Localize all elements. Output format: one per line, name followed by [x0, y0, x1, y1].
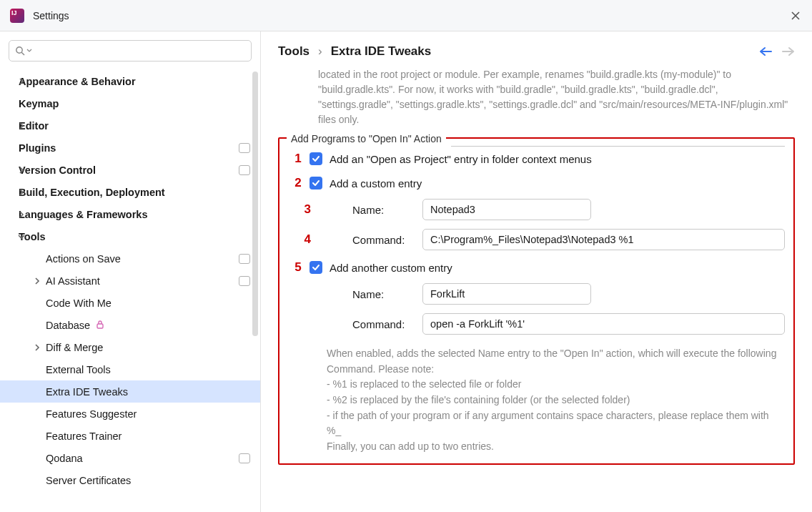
sidebar-item[interactable]: Keymap [0, 92, 260, 114]
sidebar-item-label: Diff & Merge [46, 342, 103, 353]
module-badge-icon [239, 254, 250, 264]
breadcrumb-root[interactable]: Tools [278, 44, 310, 59]
sidebar-item-label: Extra IDE Tweaks [46, 386, 128, 398]
sidebar-item-label: Build, Execution, Deployment [19, 187, 165, 198]
sidebar-item-label: Database [46, 320, 90, 331]
sidebar-item[interactable]: Actions on Save [0, 247, 260, 270]
search-input[interactable] [9, 40, 252, 61]
sidebar-item[interactable]: Features Trainer [0, 425, 260, 447]
close-icon[interactable] [789, 9, 802, 22]
command-input-2[interactable] [422, 313, 785, 335]
sidebar-item[interactable]: Plugins [0, 137, 260, 159]
intro-text: located in the root project or module. P… [278, 67, 795, 137]
module-badge-icon [239, 453, 250, 463]
chevron-icon [17, 165, 26, 174]
command-input-1[interactable] [422, 229, 785, 250]
sidebar-item-label: Appearance & Behavior [19, 76, 136, 87]
chevron-icon [33, 276, 41, 285]
sidebar-item-label: Actions on Save [46, 253, 121, 265]
chevron-icon [17, 210, 26, 218]
sidebar-item[interactable]: Editor [0, 114, 260, 137]
sidebar-item[interactable]: Code With Me [0, 292, 260, 314]
annotation-5: 5 [288, 260, 308, 275]
chevron-right-icon: › [318, 44, 322, 59]
scrollbar[interactable] [252, 72, 258, 506]
checkbox-another-entry[interactable] [310, 261, 322, 274]
module-badge-icon [239, 165, 250, 175]
annotation-4: 4 [291, 232, 311, 247]
sidebar-item[interactable]: AI Assistant [0, 270, 260, 292]
chevron-icon [17, 232, 26, 240]
chevron-icon [17, 77, 26, 85]
sidebar: Appearance & BehaviorKeymapEditorPlugins… [0, 31, 261, 512]
chevron-icon [17, 121, 26, 129]
sidebar-item-label: Qodana [46, 453, 83, 464]
nav-back-icon[interactable] [759, 45, 772, 58]
nav-forward-icon[interactable] [782, 45, 795, 58]
lock-icon [96, 320, 104, 331]
titlebar: Settings [0, 0, 812, 31]
checkbox-label: Add another custom entry [330, 262, 452, 274]
checkbox-custom-entry[interactable] [310, 177, 322, 189]
sidebar-item-label: Version Control [19, 164, 96, 176]
module-badge-icon [239, 276, 250, 286]
sidebar-item[interactable]: Languages & Frameworks [0, 203, 260, 225]
sidebar-item-label: Keymap [19, 98, 59, 109]
annotation-2: 2 [288, 176, 308, 190]
sidebar-item-selected[interactable]: Extra IDE Tweaks [0, 380, 260, 403]
sidebar-item-label: External Tools [46, 364, 111, 375]
sidebar-item-label: Languages & Frameworks [19, 209, 148, 220]
svg-point-0 [16, 47, 22, 53]
settings-tree: Appearance & BehaviorKeymapEditorPlugins… [0, 67, 260, 512]
sidebar-item[interactable]: External Tools [0, 358, 260, 380]
sidebar-item-label: Plugins [19, 142, 56, 154]
section-legend: Add Programs to "Open In" Action [287, 133, 446, 144]
sidebar-item[interactable]: Diff & Merge [0, 336, 260, 358]
annotation-3: 3 [291, 202, 311, 217]
name-label: Name: [352, 204, 422, 216]
sidebar-item[interactable]: Qodana [0, 447, 260, 469]
module-badge-icon [239, 143, 250, 153]
chevron-icon [33, 343, 41, 351]
checkbox-label: Add an "Open as Project" entry in folder… [330, 153, 592, 165]
checkbox-label: Add a custom entry [330, 177, 422, 189]
checkbox-open-as-project[interactable] [310, 152, 322, 165]
name-input-2[interactable] [422, 283, 591, 305]
breadcrumb: Tools › Extra IDE Tweaks [278, 44, 431, 59]
svg-rect-1 [97, 324, 103, 328]
help-text: When enabled, adds the selected Name ent… [327, 346, 785, 455]
command-label: Command: [352, 318, 422, 330]
main-panel: Tools › Extra IDE Tweaks located in the … [261, 31, 812, 512]
sidebar-item[interactable]: Features Suggester [0, 403, 260, 425]
annotation-1: 1 [288, 152, 308, 166]
sidebar-item-label: Server Certificates [46, 475, 131, 486]
sidebar-item[interactable]: Server Certificates [0, 469, 260, 491]
name-input-1[interactable] [422, 199, 591, 220]
open-in-section: Add Programs to "Open In" Action 1 Add a… [278, 137, 795, 465]
sidebar-item[interactable]: Database [0, 314, 260, 336]
sidebar-item-label: Features Suggester [46, 408, 137, 420]
sidebar-item[interactable]: Build, Execution, Deployment [0, 181, 260, 203]
app-icon [10, 9, 24, 23]
name-label: Name: [352, 288, 422, 300]
sidebar-item[interactable]: Version Control [0, 159, 260, 181]
command-label: Command: [352, 234, 422, 246]
sidebar-item[interactable]: Appearance & Behavior [0, 70, 260, 92]
sidebar-item-label: AI Assistant [46, 275, 100, 287]
breadcrumb-leaf: Extra IDE Tweaks [331, 44, 431, 59]
sidebar-item-label: Code With Me [46, 297, 112, 309]
sidebar-item-label: Features Trainer [46, 430, 122, 442]
sidebar-item[interactable]: Tools [0, 225, 260, 247]
window-title: Settings [33, 10, 69, 21]
chevron-icon [17, 187, 26, 196]
